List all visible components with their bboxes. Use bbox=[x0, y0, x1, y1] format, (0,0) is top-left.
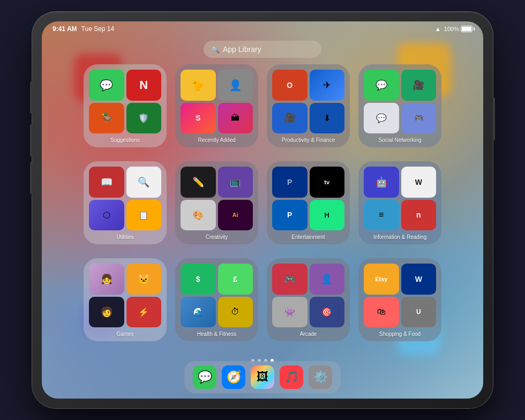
app-library-grid: 💬 N 🦆 🛡️ Suggestions 🐤 👤 S 🏔 Recently Ad… bbox=[84, 64, 441, 347]
app-hulu: H bbox=[310, 200, 345, 231]
app-robinhoodie: 🛡️ bbox=[126, 103, 162, 134]
app-readit: 📖 bbox=[89, 167, 124, 198]
folder-games[interactable]: 👧 🐱 🧑 ⚡ Games bbox=[84, 258, 167, 341]
app-vectorize: ✏️ bbox=[181, 167, 216, 198]
app-paramount: P bbox=[272, 167, 308, 198]
folder-grid: $ £ 🌊 ⏱ bbox=[181, 264, 253, 327]
app-uber: U bbox=[401, 297, 437, 328]
folder-grid: 💬 🎥 💬 🎮 bbox=[364, 70, 436, 133]
app-character-game: 🧑 bbox=[89, 297, 124, 328]
app-notes: 📋 bbox=[126, 200, 162, 231]
app-cat-game: 🐱 bbox=[126, 264, 162, 295]
app-s: S bbox=[181, 103, 216, 134]
app-duckduckgo: 🦆 bbox=[89, 103, 124, 134]
app-news: ≡ bbox=[364, 200, 399, 231]
app-appletv: tv bbox=[310, 167, 345, 198]
app-discord: 🎮 bbox=[401, 103, 437, 134]
app-memoji: 👤 bbox=[218, 70, 253, 101]
app-messages: 💬 bbox=[89, 70, 124, 101]
app-illustrator: Ai bbox=[218, 200, 253, 231]
ipad-device: 9:41 AM Tue Sep 14 ▲ 100% 🔍 App Library bbox=[32, 12, 493, 408]
battery-fill bbox=[462, 27, 471, 31]
folder-label-shopping: Shopping & Food bbox=[379, 331, 421, 337]
folder-label-games: Games bbox=[116, 331, 133, 337]
app-arcade1: 🎮 bbox=[272, 264, 308, 295]
folder-shopping[interactable]: Etsy W 🛍 U Shopping & Food bbox=[358, 258, 441, 341]
folder-productivity[interactable]: O ✈ 🎥 ⬇ Productivity & Finance bbox=[267, 64, 350, 147]
folder-grid: 💬 N 🦆 🛡️ bbox=[89, 70, 161, 133]
status-right: ▲ 100% bbox=[435, 26, 472, 32]
folder-label-arcade: Arcade bbox=[300, 331, 317, 337]
search-placeholder: App Library bbox=[223, 45, 261, 54]
folder-grid: ✏️ 📺 🎨 Ai bbox=[181, 167, 253, 230]
app-lean: £ bbox=[218, 264, 253, 295]
app-shortcuts: ⬡ bbox=[89, 200, 124, 231]
folder-grid: 🎮 👤 👾 🎯 bbox=[272, 264, 344, 327]
folder-information[interactable]: 🤖 W ≡ n Information & Reading bbox=[358, 161, 441, 244]
status-date: Tue Sep 14 bbox=[81, 25, 115, 33]
folder-grid: O ✈ 🎥 ⬇ bbox=[272, 70, 344, 133]
app-zoom: 🎥 bbox=[272, 103, 308, 134]
folder-grid: Etsy W 🛍 U bbox=[364, 264, 436, 327]
app-chat: 💬 bbox=[364, 103, 399, 134]
status-bar: 9:41 AM Tue Sep 14 ▲ 100% bbox=[42, 21, 483, 36]
app-anime-game: 👧 bbox=[89, 264, 124, 295]
wifi-icon: ▲ bbox=[435, 26, 441, 32]
app-procreate: 🎨 bbox=[181, 200, 216, 231]
folder-label-productivity: Productivity & Finance bbox=[282, 137, 335, 143]
search-bar[interactable]: 🔍 App Library bbox=[204, 41, 321, 58]
app-downloader: ⬇ bbox=[310, 103, 345, 134]
folder-label-suggestions: Suggestions bbox=[110, 137, 140, 143]
folder-label-health: Health & Fitness bbox=[197, 331, 236, 337]
folder-grid: 📖 🔍 ⬡ 📋 bbox=[89, 167, 161, 230]
app-spark: ✈ bbox=[310, 70, 345, 101]
dock-photos[interactable]: 🖼 bbox=[251, 365, 274, 389]
search-container[interactable]: 🔍 App Library bbox=[204, 41, 321, 58]
folder-grid: P tv P H bbox=[272, 167, 344, 230]
ipad-screen: 9:41 AM Tue Sep 14 ▲ 100% 🔍 App Library bbox=[42, 21, 483, 399]
folder-grid: 👧 🐱 🧑 ⚡ bbox=[89, 264, 161, 327]
battery-text: 100% bbox=[444, 26, 459, 32]
app-etsy: Etsy bbox=[364, 264, 399, 295]
app-walgreens: W bbox=[401, 264, 437, 295]
folder-label-social: Social Networking bbox=[378, 137, 421, 143]
folder-health[interactable]: $ £ 🌊 ⏱ Health & Fitness bbox=[175, 258, 258, 341]
search-icon: 🔍 bbox=[211, 46, 220, 54]
folder-label-creativity: Creativity bbox=[206, 234, 228, 240]
dock-safari[interactable]: 🧭 bbox=[222, 365, 245, 389]
folder-label-information: Information & Reading bbox=[373, 234, 427, 240]
folder-recently-added[interactable]: 🐤 👤 S 🏔 Recently Added bbox=[175, 64, 258, 147]
app-robot: 🤖 bbox=[364, 167, 399, 198]
folder-label-utilities: Utilities bbox=[116, 234, 133, 240]
status-time: 9:41 AM bbox=[52, 25, 77, 33]
app-calm: 🌊 bbox=[181, 297, 216, 328]
app-signal: 💬 bbox=[364, 70, 399, 101]
app-wikipedia: W bbox=[401, 167, 437, 198]
app-mountain: 🏔 bbox=[218, 103, 253, 134]
folder-utilities[interactable]: 📖 🔍 ⬡ 📋 Utilities bbox=[84, 161, 167, 244]
folder-creativity[interactable]: ✏️ 📺 🎨 Ai Creativity bbox=[175, 161, 258, 244]
dock-music[interactable]: 🎵 bbox=[280, 365, 303, 389]
folder-arcade[interactable]: 🎮 👤 👾 🎯 Arcade bbox=[267, 258, 350, 341]
battery-icon bbox=[461, 26, 472, 32]
folder-label-recently: Recently Added bbox=[198, 137, 235, 143]
folder-grid: 🐤 👤 S 🏔 bbox=[181, 70, 253, 133]
folder-grid: 🤖 W ≡ n bbox=[364, 167, 436, 230]
folder-label-entertainment: Entertainment bbox=[291, 234, 325, 240]
folder-suggestions[interactable]: 💬 N 🦆 🛡️ Suggestions bbox=[84, 64, 167, 147]
dock-settings[interactable]: ⚙️ bbox=[309, 365, 332, 389]
app-peacock: P bbox=[272, 200, 308, 231]
app-pokemongo: ⚡ bbox=[126, 297, 162, 328]
app-salary: $ bbox=[181, 264, 216, 295]
app-magifier: 🔍 bbox=[126, 167, 162, 198]
app-twitch: 📺 bbox=[218, 167, 253, 198]
app-arcade3: 👾 bbox=[272, 297, 308, 328]
app-arcade4: 🎯 bbox=[310, 297, 345, 328]
battery-indicator: 100% bbox=[444, 26, 472, 32]
folder-entertainment[interactable]: P tv P H Entertainment bbox=[267, 161, 350, 244]
app-stocks: n bbox=[401, 200, 437, 231]
dock-messages[interactable]: 💬 bbox=[193, 365, 216, 389]
app-pokemon: 🐤 bbox=[181, 70, 216, 101]
app-facetime: 🎥 bbox=[401, 70, 437, 101]
folder-social[interactable]: 💬 🎥 💬 🎮 Social Networking bbox=[358, 64, 441, 147]
